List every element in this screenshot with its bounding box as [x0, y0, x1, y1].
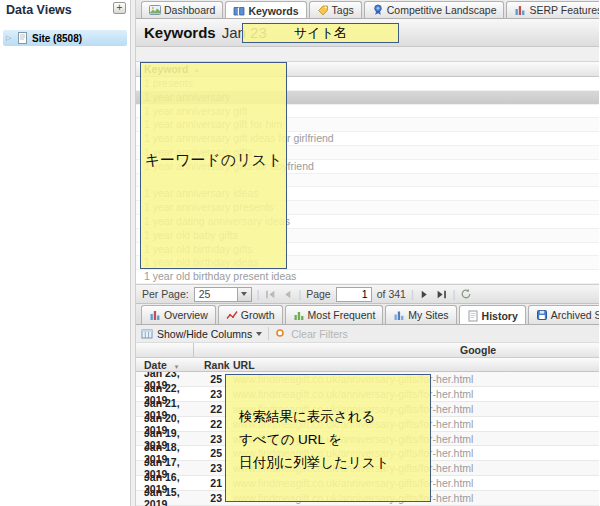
tab-competitive-landscape[interactable]: Competitive Landscape [364, 1, 505, 18]
table-group-header: Google [136, 343, 599, 358]
data-views-header: Data Views + [0, 0, 130, 20]
top-tab-bar: Dashboard Keywords Tags Competitive Land… [136, 0, 599, 19]
medal-icon [372, 4, 384, 16]
site-doc-icon [17, 32, 29, 44]
refresh-icon [460, 288, 472, 300]
separator: | [298, 288, 301, 300]
tab-label: SERP Features [529, 4, 599, 16]
per-page-value: 25 [195, 288, 237, 301]
tab-label: Most Frequent [308, 309, 376, 321]
rank-cell: 22 [194, 403, 229, 415]
page-input[interactable] [336, 287, 372, 302]
annotation-keyword-list-label: キーワードのリスト [141, 151, 286, 170]
page-header: Keywords Jan 23 サイト名 [136, 19, 599, 47]
tab-history[interactable]: History [459, 305, 526, 325]
rank-cell: 23 [194, 388, 229, 400]
tab-serp-features[interactable]: SERP Features [506, 1, 599, 18]
tags-icon [317, 4, 329, 16]
tab-label: My Sites [408, 309, 448, 321]
group-header-google: Google [194, 343, 599, 357]
rank-cell: 23 [194, 492, 229, 504]
chevron-down-icon [256, 332, 262, 336]
last-page-button[interactable] [436, 288, 448, 300]
show-hide-columns-button[interactable]: Show/Hide Columns [141, 328, 262, 340]
column-header-rank[interactable]: Rank [194, 359, 229, 371]
combo-arrow-button[interactable] [237, 288, 251, 301]
tab-overview[interactable]: Overview [141, 305, 216, 324]
tab-growth[interactable]: Growth [218, 305, 283, 324]
tree-expander-icon[interactable]: ▷ [6, 34, 14, 42]
tab-label: Keywords [248, 5, 298, 17]
clear-filters-button[interactable]: Clear Filters [275, 328, 348, 340]
dashboard-icon [149, 4, 161, 16]
prev-page-button[interactable] [281, 288, 293, 300]
add-view-button[interactable]: + [113, 2, 126, 14]
history-rows: 検索結果に表示される すべての URL を 日付別に列挙したリスト Jan 23… [136, 372, 599, 506]
clear-filters-icon [275, 328, 287, 340]
tab-label: Competitive Landscape [387, 4, 497, 16]
rank-column-label: Rank [204, 359, 230, 371]
tab-label: Tags [332, 4, 354, 16]
tab-most-frequent[interactable]: Most Frequent [285, 305, 384, 324]
next-page-button[interactable] [419, 288, 431, 300]
tab-label: Overview [164, 309, 208, 321]
column-header-date[interactable]: Date ▾ [136, 359, 194, 371]
tab-label: Dashboard [164, 4, 215, 16]
history-toolbar: Show/Hide Columns Clear Filters [136, 325, 599, 343]
rank-cell: 25 [194, 447, 229, 459]
table-column-headers: Date ▾ Rank URL [136, 358, 599, 372]
sites-chart-icon [393, 309, 405, 321]
annotation-keyword-list: キーワードのリスト [140, 62, 287, 269]
refresh-button[interactable] [460, 288, 472, 300]
rank-cell: 23 [194, 462, 229, 474]
annotation-url-line2: すべての URL を [239, 428, 430, 451]
tab-keywords[interactable]: Keywords [225, 1, 306, 19]
archive-disk-icon [536, 309, 548, 321]
tab-dashboard[interactable]: Dashboard [141, 1, 223, 18]
tree-item-site[interactable]: ▷ Site (8508) [3, 30, 127, 46]
page-title: Keywords [144, 24, 216, 41]
last-page-icon [436, 289, 447, 300]
pagination-bar: Per Page: 25 | | Page of 341 | | [136, 284, 599, 304]
url-column-label: URL [233, 359, 255, 371]
group-header-empty [136, 343, 194, 357]
date-cell: Jan 15, 2019 [136, 486, 194, 506]
plus-icon: + [117, 2, 123, 13]
bar-chart-icon [514, 4, 526, 16]
rank-cell: 22 [194, 418, 229, 430]
annotation-url-line1: 検索結果に表示される [239, 405, 430, 428]
sort-desc-icon: ▾ [175, 363, 179, 370]
annotation-site-name: サイト名 [242, 23, 399, 43]
first-page-button[interactable] [264, 288, 276, 300]
column-header-url[interactable]: URL [229, 359, 599, 371]
prev-page-icon [282, 289, 293, 300]
tree-item-label: Site (8508) [32, 33, 82, 44]
panel-title: Data Views [6, 3, 72, 17]
per-page-select[interactable]: 25 [194, 287, 252, 302]
frequency-chart-icon [293, 309, 305, 321]
separator: | [411, 288, 414, 300]
page-label: Page [306, 288, 331, 300]
next-page-icon [419, 289, 430, 300]
data-views-panel: Data Views + ▷ Site (8508) [0, 0, 131, 506]
annotation-url-line3: 日付別に列挙したリスト [239, 451, 430, 474]
show-hide-columns-label: Show/Hide Columns [157, 328, 252, 340]
book-icon [233, 5, 245, 17]
clear-filters-label: Clear Filters [291, 328, 348, 340]
page-count-label: of 341 [377, 288, 406, 300]
tab-archived-serps[interactable]: Archived SERPs [528, 305, 599, 324]
keyword-label: 1 year old birthday present ideas [144, 270, 296, 282]
tab-my-sites[interactable]: My Sites [385, 305, 456, 324]
keyword-row[interactable]: 1 year old birthday present ideas [136, 270, 599, 284]
tab-tags[interactable]: Tags [309, 1, 362, 18]
page-icon [467, 310, 479, 322]
main-area: Dashboard Keywords Tags Competitive Land… [136, 0, 599, 506]
first-page-icon [265, 289, 276, 300]
grid-toolbar-strip [136, 47, 599, 62]
tab-label: Archived SERPs [551, 309, 599, 321]
growth-line-icon [226, 309, 238, 321]
per-page-label: Per Page: [142, 288, 189, 300]
tab-label: Growth [241, 309, 275, 321]
separator [268, 327, 269, 340]
rank-cell: 25 [194, 373, 229, 385]
